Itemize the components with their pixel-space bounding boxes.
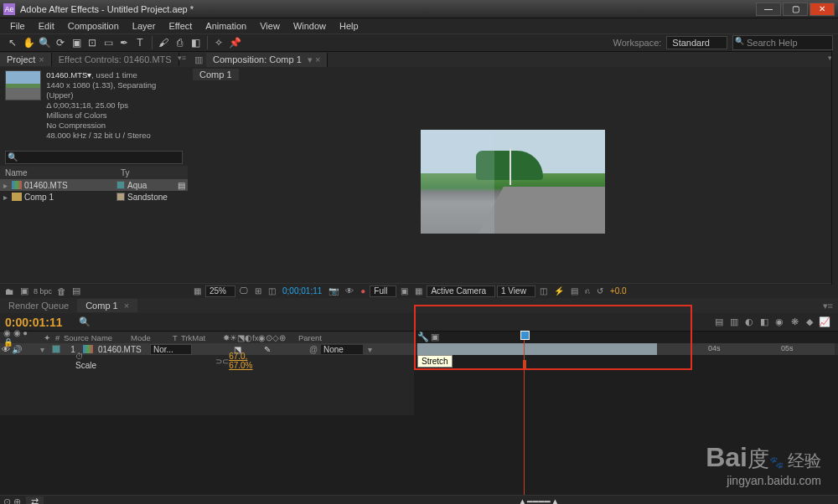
timeline-icon[interactable]: ▤: [568, 285, 581, 297]
toggle-switches-button[interactable]: ⇄: [26, 496, 44, 504]
composition-viewer[interactable]: [188, 80, 838, 283]
fast-preview-icon[interactable]: ⚡: [551, 285, 566, 297]
col-t[interactable]: T: [169, 333, 178, 342]
scale-value[interactable]: 67.0, 67.0%: [229, 352, 272, 370]
asset-resolution: 1440 x 1080 (1.33), Separating (Upper): [46, 80, 183, 100]
workspace-select[interactable]: Standard: [666, 36, 727, 49]
draftshade-icon[interactable]: ▥: [727, 316, 741, 327]
newcomp-icon[interactable]: ▣: [18, 285, 30, 297]
constrain-icon[interactable]: ⊃⊂: [215, 357, 229, 366]
bpc-button[interactable]: 8 bpc: [34, 285, 52, 297]
reset-exp-icon[interactable]: ↺: [594, 285, 606, 297]
menu-help[interactable]: Help: [333, 21, 365, 31]
project-search-input[interactable]: 🔍: [5, 151, 183, 164]
maximize-button[interactable]: ▢: [783, 3, 808, 16]
interpret-icon[interactable]: 🖿: [3, 285, 15, 297]
channel-icon[interactable]: 🖵: [237, 285, 251, 297]
graph-icon[interactable]: 📈: [818, 316, 831, 327]
panbehind-tool-icon[interactable]: ⊡: [85, 35, 100, 50]
motionblur-icon[interactable]: ◉: [773, 316, 786, 327]
exposure-value[interactable]: +0.0: [608, 285, 629, 297]
menu-view[interactable]: View: [253, 21, 287, 31]
property-row-scale[interactable]: ⏱Scale ⊃⊂ 67.0, 67.0%: [0, 355, 414, 367]
camera-tool-icon[interactable]: ▣: [69, 35, 84, 50]
wrench-icon[interactable]: 🔧: [417, 332, 429, 343]
rotobrush-tool-icon[interactable]: ✧: [211, 35, 226, 50]
tab-composition[interactable]: Composition: Comp 1 ▾ ×: [206, 53, 328, 67]
col-parent[interactable]: Parent: [295, 333, 345, 342]
viewer-timecode[interactable]: 0;00;01;11: [280, 285, 324, 297]
col-name[interactable]: Name: [0, 168, 121, 177]
timeline-timecode[interactable]: 0:00:01:11: [0, 316, 75, 329]
menu-window[interactable]: Window: [287, 21, 333, 31]
folder-icon[interactable]: ▤: [70, 285, 82, 297]
project-item-comp[interactable]: ▸ Comp 1 Sandstone: [0, 191, 188, 203]
zoom-slider[interactable]: ▲━━━━▲: [518, 496, 560, 504]
toggle-switches-icon[interactable]: ⊙ ⊕: [3, 496, 21, 504]
menu-edit[interactable]: Edit: [32, 21, 61, 31]
mode-select[interactable]: Nor...: [150, 344, 192, 355]
pin-tool-icon[interactable]: 📌: [227, 35, 242, 50]
zoom-select[interactable]: 25%: [205, 285, 235, 297]
camera-select[interactable]: Active Camera: [427, 285, 495, 297]
menu-file[interactable]: File: [3, 21, 32, 31]
col-source-name[interactable]: Source Name: [60, 333, 127, 342]
delete-icon[interactable]: 🗑: [55, 285, 67, 297]
panel-menu-icon[interactable]: ▾≡: [178, 54, 186, 62]
menu-composition[interactable]: Composition: [61, 21, 126, 31]
mask-icon[interactable]: ◫: [266, 285, 278, 297]
menu-effect[interactable]: Effect: [162, 21, 199, 31]
roi-icon[interactable]: ▣: [398, 285, 411, 297]
parent-pick-icon[interactable]: @: [309, 345, 321, 354]
stopwatch-icon[interactable]: ⏱: [75, 352, 84, 361]
pen-tool-icon[interactable]: ✒: [116, 35, 132, 50]
brainstorm-icon[interactable]: ❋: [788, 316, 801, 327]
tab-project[interactable]: Project×: [0, 53, 52, 66]
draft3d-icon[interactable]: ▤: [712, 316, 726, 327]
rotate-tool-icon[interactable]: ⟳: [53, 35, 68, 50]
resolution-select[interactable]: Full: [370, 285, 396, 297]
safe-icon[interactable]: ⊞: [252, 285, 264, 297]
col-trkmat[interactable]: TrkMat: [178, 333, 220, 342]
viewer-layout-icon[interactable]: ▥: [191, 54, 206, 65]
stamp-tool-icon[interactable]: ⎙: [172, 35, 187, 50]
timeline-search-icon[interactable]: 🔍: [79, 316, 91, 327]
color-icon[interactable]: ●: [358, 285, 368, 297]
tab-render-queue[interactable]: Render Queue: [0, 299, 77, 312]
parent-select[interactable]: None: [321, 345, 363, 354]
tab-effect-controls[interactable]: Effect Controls: 01460.MTS: [52, 53, 179, 66]
type-tool-icon[interactable]: T: [132, 35, 147, 50]
layer-duration-bar[interactable]: [417, 343, 657, 355]
zoom-tool-icon[interactable]: 🔍: [37, 35, 52, 50]
show-snapshot-icon[interactable]: 👁: [343, 285, 356, 297]
grid-icon[interactable]: ▦: [191, 285, 204, 297]
comp-mini-icon[interactable]: ▣: [431, 332, 439, 343]
hideshy-icon[interactable]: ◐: [742, 316, 756, 327]
project-item-video[interactable]: ▸ 01460.MTS Aqua ▤: [0, 179, 188, 191]
shape-tool-icon[interactable]: ▭: [101, 35, 116, 50]
hand-tool-icon[interactable]: ✋: [21, 35, 36, 50]
search-help-input[interactable]: Search Help: [732, 35, 833, 50]
layer-out-cursor-icon[interactable]: [523, 360, 526, 368]
collapsed-panels[interactable]: [831, 50, 838, 285]
eraser-tool-icon[interactable]: ◧: [188, 35, 203, 50]
snapshot-icon[interactable]: 📷: [326, 285, 341, 297]
pixel-aspect-icon[interactable]: ◫: [537, 285, 550, 297]
selection-tool-icon[interactable]: ↖: [5, 35, 20, 50]
autokeys-icon[interactable]: ◆: [803, 316, 816, 327]
brush-tool-icon[interactable]: 🖌: [156, 35, 171, 50]
col-type[interactable]: Ty: [121, 168, 188, 177]
timeline-track-area[interactable]: 🔧▣ b:00s 01s 02s 03s 04s 05s Stretch: [414, 332, 838, 415]
flowchart-icon[interactable]: ⎌: [582, 285, 592, 297]
view-select[interactable]: 1 View: [497, 285, 535, 297]
close-button[interactable]: ✕: [810, 3, 835, 16]
menu-animation[interactable]: Animation: [199, 21, 253, 31]
minimize-button[interactable]: —: [756, 3, 781, 16]
transparency-icon[interactable]: ▦: [412, 285, 425, 297]
col-mode[interactable]: Mode: [127, 333, 169, 342]
tab-timeline-comp[interactable]: Comp 1 ×: [77, 299, 137, 312]
subtab-comp1[interactable]: Comp 1: [193, 69, 239, 80]
timeline-panel-menu-icon[interactable]: ▾≡: [823, 301, 833, 311]
frameblend-icon[interactable]: ◧: [758, 316, 771, 327]
menu-layer[interactable]: Layer: [126, 21, 163, 31]
